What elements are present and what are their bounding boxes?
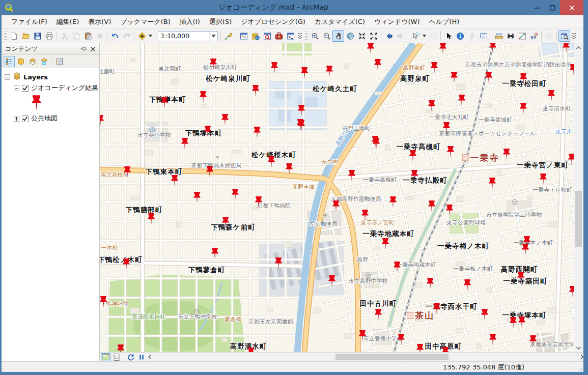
add-data-button[interactable]: [136, 30, 148, 42]
data-view-button[interactable]: [101, 353, 110, 361]
menu-item[interactable]: ヘルプ(H): [424, 15, 464, 28]
scale-dropdown-arrow[interactable]: [209, 32, 217, 41]
go-back-extent-button[interactable]: [383, 30, 395, 42]
map-scale-combo[interactable]: 1:10,000: [158, 31, 218, 41]
new-document-button[interactable]: [8, 30, 20, 42]
find-button[interactable]: [505, 30, 516, 42]
print-button[interactable]: [43, 30, 55, 42]
contents-panel-header: コンテンツ: [2, 43, 99, 55]
identify-tool[interactable]: [454, 30, 466, 42]
contents-window-button[interactable]: [238, 30, 249, 42]
scroll-right-arrow[interactable]: [580, 353, 583, 361]
find-route-button[interactable]: [516, 30, 528, 42]
copy-button: [70, 30, 82, 42]
select-features-tool[interactable]: [410, 30, 422, 42]
menu-item[interactable]: カスタマイズ(C): [310, 15, 370, 28]
zoom-out-tool[interactable]: [321, 30, 332, 42]
list-by-selection-button[interactable]: [39, 56, 50, 67]
window-title: ジオコーディング.mxd - ArcMap: [17, 3, 529, 12]
svg-text:文: 文: [151, 128, 154, 132]
fixed-zoom-in-button[interactable]: [356, 30, 368, 42]
contents-panel-title: コンテンツ: [5, 45, 79, 53]
menu-item[interactable]: 編集(E): [52, 15, 83, 28]
list-by-drawing-order-button[interactable]: [4, 56, 15, 67]
geocode-layer-symbol[interactable]: [31, 95, 99, 112]
layers-root-row[interactable]: Layers: [5, 71, 99, 82]
python-window-button[interactable]: [285, 30, 296, 42]
maximize-button[interactable]: [545, 0, 560, 15]
tools-toolbar-grip[interactable]: [305, 32, 307, 41]
toolbar-overflow-chevron[interactable]: [296, 30, 303, 42]
list-by-source-button[interactable]: [15, 56, 26, 67]
basemap-layer-row[interactable]: 公共地図: [5, 113, 99, 124]
search-window-button[interactable]: [261, 30, 273, 42]
map-scale-value: 1:10,000: [158, 32, 209, 40]
svg-text:文: 文: [513, 200, 517, 204]
undo-button[interactable]: [109, 30, 121, 42]
full-extent-button[interactable]: [344, 30, 356, 42]
menu-item[interactable]: ジオプロセシング(G): [236, 15, 310, 28]
select-elements-tool[interactable]: [442, 30, 454, 42]
layers-root-label[interactable]: Layers: [23, 73, 48, 81]
menu-item[interactable]: ファイル(F): [7, 15, 52, 28]
geocode-layer-checkbox[interactable]: [22, 85, 29, 92]
geocode-layer-row[interactable]: ジオコーディング結果: [5, 82, 99, 94]
select-features-dropdown-arrow[interactable]: [422, 30, 427, 42]
list-by-visibility-button[interactable]: [27, 56, 38, 67]
toolbar-grip[interactable]: [4, 32, 7, 41]
refresh-view-button[interactable]: [126, 353, 135, 361]
svg-text:文: 文: [195, 310, 199, 314]
menubar: ファイル(F)編集(E)表示(V)ブックマーク(B)挿入(I)選択(S)ジオプロ…: [2, 15, 583, 29]
collapse-icon[interactable]: [14, 85, 19, 91]
toolbar: 1:10,000 XY: [2, 29, 583, 43]
go-to-xy-button[interactable]: XY: [528, 30, 540, 42]
resize-grip[interactable]: [575, 362, 583, 372]
arcmap-window: ジオコーディング.mxd - ArcMap ファイル(F)編集(E)表示(V)ブ…: [0, 0, 588, 375]
titlebar: ジオコーディング.mxd - ArcMap: [2, 0, 583, 15]
scroll-down-arrow[interactable]: [574, 343, 582, 352]
save-button[interactable]: [32, 30, 43, 42]
svg-text:〒: 〒: [357, 189, 361, 194]
layers-tree: Layers ジオコーディング結果 公共地図: [2, 68, 99, 361]
scroll-up-arrow[interactable]: [574, 43, 582, 52]
map-canvas[interactable]: 文 文 文 文 〒〒〒 松ケ崎泉川町松ケ崎久土町下鴨岸本町下鴨塚本町高野泉町一乗…: [100, 43, 574, 352]
pause-drawing-button[interactable]: [136, 353, 146, 361]
add-data-dropdown-arrow[interactable]: [148, 30, 153, 42]
tools-overflow-chevron[interactable]: [570, 30, 577, 42]
menu-item[interactable]: 表示(V): [83, 15, 116, 28]
fixed-zoom-out-button[interactable]: [368, 30, 379, 42]
pan-tool[interactable]: [332, 30, 344, 42]
layout-view-button[interactable]: [111, 353, 121, 361]
horizontal-scrollbar-thumb[interactable]: [335, 354, 449, 360]
viewer-window-button[interactable]: [558, 30, 570, 42]
menu-item[interactable]: ブックマーク(B): [116, 15, 175, 28]
collapse-icon[interactable]: [5, 74, 10, 80]
scroll-left-arrow[interactable]: [148, 353, 151, 361]
paste-button[interactable]: [82, 30, 94, 42]
geocode-layer-label[interactable]: ジオコーディング結果: [31, 83, 98, 93]
menu-item[interactable]: 選択(S): [205, 15, 236, 28]
basemap-layer-checkbox[interactable]: [22, 116, 29, 122]
svg-text:文: 文: [367, 273, 370, 277]
html-popup-tool[interactable]: [478, 30, 489, 42]
layers-icon: [13, 72, 21, 81]
editor-tool-button[interactable]: [222, 30, 234, 42]
time-slider-button: [543, 30, 555, 42]
vertical-scrollbar-thumb[interactable]: [575, 191, 582, 247]
minimize-button[interactable]: [529, 0, 545, 15]
horizontal-scrollbar[interactable]: [148, 353, 583, 361]
measure-tool[interactable]: [493, 30, 505, 42]
catalog-window-button[interactable]: [249, 30, 261, 42]
toc-options-button[interactable]: [54, 56, 65, 67]
pin-panel-icon[interactable]: [79, 44, 88, 53]
vertical-scrollbar[interactable]: [574, 43, 582, 352]
close-button[interactable]: [560, 0, 583, 15]
basemap-layer-label[interactable]: 公共地図: [31, 114, 58, 123]
menu-item[interactable]: 挿入(I): [175, 15, 205, 28]
close-panel-icon[interactable]: [88, 44, 97, 53]
menu-item[interactable]: ウィンドウ(W): [370, 15, 425, 28]
arctoolbox-button[interactable]: [273, 30, 285, 42]
open-button[interactable]: [20, 30, 32, 42]
expand-icon[interactable]: [14, 116, 19, 122]
zoom-in-tool[interactable]: [309, 30, 321, 42]
